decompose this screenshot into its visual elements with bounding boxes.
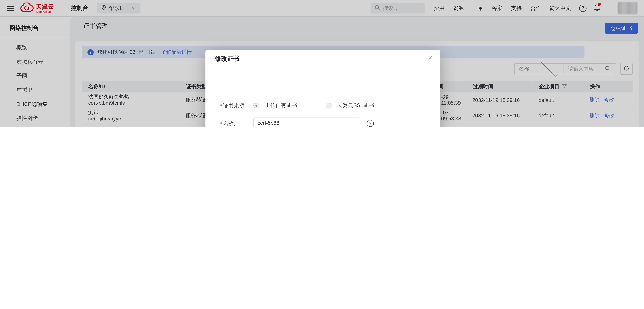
source-label: 证书来源	[223, 102, 244, 110]
source-radio-group: 上传自有证书 天翼云SSL证书	[254, 102, 397, 109]
modal-title: 修改证书	[215, 55, 240, 63]
app-root: 天翼云 State Cloud 控制台 华东1 费用 资源 工单 备案 支持 合…	[0, 0, 644, 127]
edit-certificate-modal: 修改证书 × 证书来源 上传自有证书 天翼云SSL证书 名称: ? 证书类型: …	[205, 50, 440, 127]
name-input[interactable]	[254, 117, 360, 127]
modal-header: 修改证书 ×	[205, 50, 440, 68]
name-help-icon[interactable]: ?	[367, 120, 374, 127]
name-label: 名称:	[223, 120, 235, 127]
radio-own-certificate[interactable]	[254, 103, 259, 108]
radio-ssl-certificate[interactable]	[326, 103, 332, 108]
close-icon[interactable]: ×	[428, 54, 432, 62]
radio-own-certificate-label[interactable]: 上传自有证书	[265, 102, 297, 109]
radio-ssl-certificate-label[interactable]: 天翼云SSL证书	[337, 102, 374, 109]
